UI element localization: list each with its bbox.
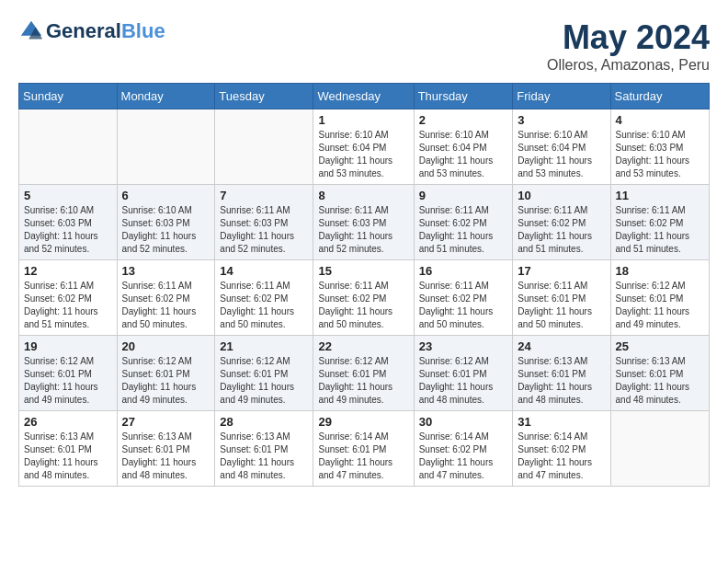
title-section: May 2024 Olleros, Amazonas, Peru [547, 18, 710, 74]
day-info: Sunrise: 6:11 AM Sunset: 6:02 PM Dayligh… [318, 280, 408, 331]
day-number: 11 [616, 189, 704, 202]
day-info: Sunrise: 6:10 AM Sunset: 6:03 PM Dayligh… [122, 204, 210, 256]
day-number: 14 [220, 264, 308, 278]
day-info: Sunrise: 6:11 AM Sunset: 6:02 PM Dayligh… [616, 204, 704, 256]
calendar-cell: 12Sunrise: 6:11 AM Sunset: 6:02 PM Dayli… [19, 260, 118, 336]
day-number: 31 [518, 415, 605, 429]
day-number: 13 [122, 264, 210, 278]
calendar-cell: 2Sunrise: 6:10 AM Sunset: 6:04 PM Daylig… [414, 109, 513, 185]
day-header-thursday: Thursday [414, 84, 513, 109]
calendar-table: SundayMondayTuesdayWednesdayThursdayFrid… [18, 83, 710, 487]
calendar-cell [19, 109, 118, 185]
day-info: Sunrise: 6:11 AM Sunset: 6:03 PM Dayligh… [318, 204, 408, 256]
day-info: Sunrise: 6:10 AM Sunset: 6:04 PM Dayligh… [419, 129, 508, 180]
page-header: GeneralBlue May 2024 Olleros, Amazonas, … [18, 18, 710, 74]
logo-icon [18, 18, 44, 44]
day-info: Sunrise: 6:13 AM Sunset: 6:01 PM Dayligh… [220, 431, 308, 482]
day-header-saturday: Saturday [610, 84, 709, 109]
day-info: Sunrise: 6:10 AM Sunset: 6:04 PM Dayligh… [318, 129, 408, 180]
day-number: 9 [419, 189, 508, 202]
calendar-cell: 5Sunrise: 6:10 AM Sunset: 6:03 PM Daylig… [19, 185, 118, 260]
day-number: 19 [24, 339, 112, 353]
calendar-cell [610, 411, 709, 487]
calendar-cell: 16Sunrise: 6:11 AM Sunset: 6:02 PM Dayli… [414, 260, 513, 336]
calendar-cell: 27Sunrise: 6:13 AM Sunset: 6:01 PM Dayli… [117, 411, 215, 487]
day-info: Sunrise: 6:11 AM Sunset: 6:03 PM Dayligh… [220, 204, 308, 256]
day-info: Sunrise: 6:11 AM Sunset: 6:01 PM Dayligh… [518, 280, 605, 331]
day-number: 18 [616, 264, 704, 278]
day-number: 15 [318, 264, 408, 278]
calendar-cell: 28Sunrise: 6:13 AM Sunset: 6:01 PM Dayli… [215, 411, 313, 487]
day-number: 28 [220, 415, 308, 429]
day-number: 22 [318, 339, 408, 353]
calendar-cell: 15Sunrise: 6:11 AM Sunset: 6:02 PM Dayli… [313, 260, 414, 336]
day-number: 8 [318, 189, 408, 202]
calendar-cell: 3Sunrise: 6:10 AM Sunset: 6:04 PM Daylig… [513, 109, 610, 185]
calendar-cell: 17Sunrise: 6:11 AM Sunset: 6:01 PM Dayli… [513, 260, 610, 336]
day-number: 23 [419, 339, 508, 353]
day-number: 25 [616, 339, 704, 353]
day-info: Sunrise: 6:13 AM Sunset: 6:01 PM Dayligh… [518, 355, 605, 407]
month-title: May 2024 [547, 18, 710, 57]
day-number: 1 [318, 113, 408, 127]
day-info: Sunrise: 6:11 AM Sunset: 6:02 PM Dayligh… [518, 204, 605, 256]
day-info: Sunrise: 6:12 AM Sunset: 6:01 PM Dayligh… [419, 355, 508, 407]
day-number: 29 [318, 415, 408, 429]
week-row-2: 5Sunrise: 6:10 AM Sunset: 6:03 PM Daylig… [19, 185, 710, 260]
calendar-cell: 24Sunrise: 6:13 AM Sunset: 6:01 PM Dayli… [513, 336, 610, 411]
calendar-cell: 22Sunrise: 6:12 AM Sunset: 6:01 PM Dayli… [313, 336, 414, 411]
day-info: Sunrise: 6:10 AM Sunset: 6:03 PM Dayligh… [616, 129, 704, 180]
calendar-cell: 13Sunrise: 6:11 AM Sunset: 6:02 PM Dayli… [117, 260, 215, 336]
day-headers-row: SundayMondayTuesdayWednesdayThursdayFrid… [19, 84, 710, 109]
week-row-1: 1Sunrise: 6:10 AM Sunset: 6:04 PM Daylig… [19, 109, 710, 185]
day-number: 12 [24, 264, 112, 278]
calendar-cell: 25Sunrise: 6:13 AM Sunset: 6:01 PM Dayli… [610, 336, 709, 411]
day-header-monday: Monday [117, 84, 215, 109]
calendar-cell: 4Sunrise: 6:10 AM Sunset: 6:03 PM Daylig… [610, 109, 709, 185]
day-info: Sunrise: 6:14 AM Sunset: 6:01 PM Dayligh… [318, 431, 408, 482]
day-info: Sunrise: 6:13 AM Sunset: 6:01 PM Dayligh… [122, 431, 210, 482]
day-number: 21 [220, 339, 308, 353]
day-number: 26 [24, 415, 112, 429]
calendar-cell: 21Sunrise: 6:12 AM Sunset: 6:01 PM Dayli… [215, 336, 313, 411]
day-info: Sunrise: 6:11 AM Sunset: 6:02 PM Dayligh… [220, 280, 308, 331]
day-number: 7 [220, 189, 308, 202]
day-number: 27 [122, 415, 210, 429]
day-number: 17 [518, 264, 605, 278]
day-info: Sunrise: 6:10 AM Sunset: 6:03 PM Dayligh… [24, 204, 112, 256]
calendar-cell: 30Sunrise: 6:14 AM Sunset: 6:02 PM Dayli… [414, 411, 513, 487]
location-subtitle: Olleros, Amazonas, Peru [547, 57, 710, 74]
calendar-cell: 19Sunrise: 6:12 AM Sunset: 6:01 PM Dayli… [19, 336, 118, 411]
day-number: 16 [419, 264, 508, 278]
day-header-tuesday: Tuesday [215, 84, 313, 109]
day-number: 20 [122, 339, 210, 353]
day-info: Sunrise: 6:11 AM Sunset: 6:02 PM Dayligh… [419, 204, 508, 256]
calendar-cell: 26Sunrise: 6:13 AM Sunset: 6:01 PM Dayli… [19, 411, 118, 487]
calendar-cell: 10Sunrise: 6:11 AM Sunset: 6:02 PM Dayli… [513, 185, 610, 260]
day-info: Sunrise: 6:13 AM Sunset: 6:01 PM Dayligh… [616, 355, 704, 407]
day-number: 2 [419, 113, 508, 127]
day-number: 24 [518, 339, 605, 353]
day-info: Sunrise: 6:12 AM Sunset: 6:01 PM Dayligh… [24, 355, 112, 407]
day-info: Sunrise: 6:11 AM Sunset: 6:02 PM Dayligh… [419, 280, 508, 331]
day-header-wednesday: Wednesday [313, 84, 414, 109]
calendar-cell [117, 109, 215, 185]
day-info: Sunrise: 6:13 AM Sunset: 6:01 PM Dayligh… [24, 431, 112, 482]
calendar-cell: 14Sunrise: 6:11 AM Sunset: 6:02 PM Dayli… [215, 260, 313, 336]
day-info: Sunrise: 6:11 AM Sunset: 6:02 PM Dayligh… [24, 280, 112, 331]
day-header-sunday: Sunday [19, 84, 118, 109]
week-row-3: 12Sunrise: 6:11 AM Sunset: 6:02 PM Dayli… [19, 260, 710, 336]
calendar-cell: 23Sunrise: 6:12 AM Sunset: 6:01 PM Dayli… [414, 336, 513, 411]
calendar-cell: 8Sunrise: 6:11 AM Sunset: 6:03 PM Daylig… [313, 185, 414, 260]
day-number: 5 [24, 189, 112, 202]
day-info: Sunrise: 6:14 AM Sunset: 6:02 PM Dayligh… [419, 431, 508, 482]
calendar-cell: 31Sunrise: 6:14 AM Sunset: 6:02 PM Dayli… [513, 411, 610, 487]
logo-text: GeneralBlue [46, 20, 165, 42]
week-row-5: 26Sunrise: 6:13 AM Sunset: 6:01 PM Dayli… [19, 411, 710, 487]
day-number: 3 [518, 113, 605, 127]
calendar-cell [215, 109, 313, 185]
calendar-cell: 6Sunrise: 6:10 AM Sunset: 6:03 PM Daylig… [117, 185, 215, 260]
calendar-cell: 7Sunrise: 6:11 AM Sunset: 6:03 PM Daylig… [215, 185, 313, 260]
day-header-friday: Friday [513, 84, 610, 109]
calendar-cell: 9Sunrise: 6:11 AM Sunset: 6:02 PM Daylig… [414, 185, 513, 260]
